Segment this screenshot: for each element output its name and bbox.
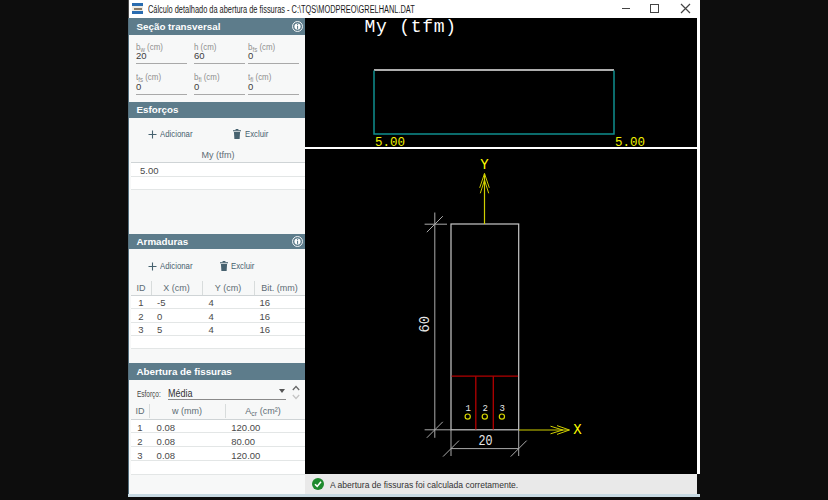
svg-text:3: 3 (500, 404, 505, 414)
svg-text:2: 2 (483, 404, 488, 414)
svg-text:My (tfm): My (tfm) (365, 18, 457, 37)
svg-text:60: 60 (417, 316, 434, 333)
svg-text:X: X (573, 422, 582, 438)
svg-text:20: 20 (478, 433, 492, 450)
svg-text:Y: Y (480, 157, 489, 173)
svg-text:1: 1 (465, 404, 470, 414)
